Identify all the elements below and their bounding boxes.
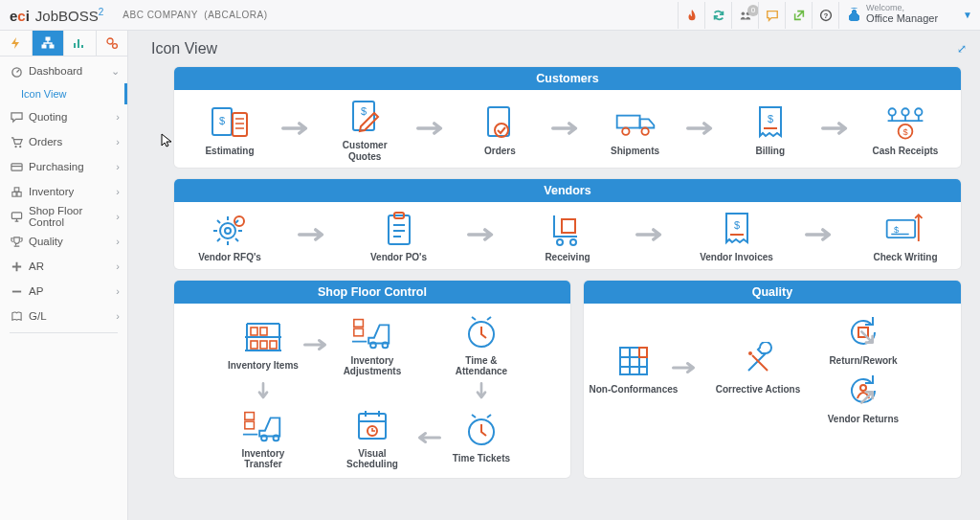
quality-header: Quality [584, 281, 961, 304]
flow-customer-quotes[interactable]: Customer Quotes [326, 98, 403, 162]
arrow-right-icon [298, 225, 330, 247]
page-title: Icon View⤢ [151, 40, 967, 57]
chevron-down-icon: ⌄ [111, 65, 120, 78]
flow-inventory-transfer[interactable]: Inventory Transfer [225, 406, 301, 470]
sidebar: Dashboard⌄ Icon View Quoting› Orders› Pu… [0, 31, 128, 520]
refresh-icon[interactable] [704, 2, 731, 29]
nav-dashboard[interactable]: Dashboard⌄ [0, 58, 127, 83]
sidebar-separator [10, 332, 118, 333]
arrow-right-icon [551, 119, 584, 141]
arrow-right-icon [281, 119, 314, 141]
chevron-right-icon: › [116, 236, 120, 247]
gear-icon [208, 210, 252, 248]
arrow-right-icon [635, 225, 668, 247]
nav-dashboard-icon-view[interactable]: Icon View [0, 83, 127, 104]
nav-quoting[interactable]: Quoting› [0, 104, 127, 129]
user-menu-caret-icon[interactable]: ▼ [955, 10, 980, 20]
mini-tab-bolt[interactable] [0, 31, 33, 56]
nav-purchasing[interactable]: Purchasing› [0, 154, 127, 179]
arrow-right-icon [416, 119, 449, 141]
tools-icon [736, 342, 780, 380]
nav-ar[interactable]: AR› [0, 254, 127, 279]
vendors-header: Vendors [174, 179, 961, 202]
dashboard-icon [8, 65, 25, 78]
ap-icon [8, 285, 25, 298]
mini-tab-chart[interactable] [64, 31, 97, 56]
gl-icon [8, 310, 25, 323]
clipboard-icon [377, 210, 421, 248]
forklift-icon [350, 313, 394, 351]
flow-inventory-adjustments[interactable]: Inventory Adjustments [334, 313, 411, 377]
flow-time-tickets[interactable]: Time Tickets [443, 411, 520, 464]
chevron-right-icon: › [116, 186, 120, 197]
customers-flow: Estimating Customer Quotes Orders Shipme… [191, 98, 944, 162]
flow-time-attendance[interactable]: Time & Attendance [443, 313, 520, 377]
forklift-icon [241, 406, 285, 444]
arrow-right-icon [467, 225, 500, 247]
flow-shipments[interactable]: Shipments [597, 103, 674, 157]
nav-inventory[interactable]: Inventory› [0, 179, 127, 204]
arrow-down-icon [443, 382, 520, 401]
chevron-right-icon: › [116, 260, 120, 272]
sfc-header: Shop Floor Control [174, 281, 570, 304]
nav-shop-floor[interactable]: Shop Floor Control› [0, 204, 127, 229]
flow-inventory-items[interactable]: Inventory Items [225, 318, 301, 372]
grid-icon [612, 342, 656, 380]
flow-billing[interactable]: Billing [732, 103, 809, 157]
check-writing-icon [883, 210, 927, 248]
flow-non-conformances[interactable]: Non-Conformances [586, 342, 681, 396]
sidebar-nav: Dashboard⌄ Icon View Quoting› Orders› Pu… [0, 57, 127, 333]
flow-orders[interactable]: Orders [461, 103, 538, 157]
mini-tab-org[interactable] [33, 31, 65, 56]
receiving-icon [546, 210, 590, 248]
orders-icon [8, 136, 25, 148]
external-link-icon[interactable] [785, 2, 812, 29]
top-toolbar: 0 Welcome, Office Manager ▼ [678, 2, 980, 29]
flow-check-writing[interactable]: Check Writing [867, 210, 944, 263]
chat-icon[interactable] [758, 2, 785, 29]
flow-corrective-actions[interactable]: Corrective Actions [710, 342, 806, 396]
customers-panel: Customers Estimating Customer Quotes Ord… [174, 67, 961, 168]
brand-logo: eci JobBOSS2 [0, 7, 103, 24]
sidebar-mini-tabs [0, 31, 127, 57]
flow-vendor-rfqs[interactable]: Vendor RFQ's [191, 210, 268, 263]
sfc-panel: Shop Floor Control Inventory Items Inven… [174, 281, 570, 478]
flow-visual-scheduling[interactable]: Visual Scheduling [334, 406, 411, 470]
quote-icon [343, 98, 387, 136]
nav-orders[interactable]: Orders› [0, 129, 127, 154]
chevron-right-icon: › [116, 136, 120, 147]
ar-icon [8, 260, 25, 273]
nav-quality[interactable]: Quality› [0, 229, 127, 254]
flow-cash-receipts[interactable]: Cash Receipts [867, 103, 944, 157]
arrow-right-icon [301, 335, 334, 354]
top-header: eci JobBOSS2 ABC COMPANY (ABCALORA) 0 We… [0, 0, 980, 31]
expand-icon[interactable]: ⤢ [957, 42, 967, 56]
arrow-down-icon [225, 382, 301, 401]
flow-vendor-invoices[interactable]: Vendor Invoices [699, 210, 775, 263]
help-icon[interactable] [812, 2, 838, 29]
flow-vendor-pos[interactable]: Vendor PO's [361, 210, 437, 263]
arrow-right-icon [686, 119, 719, 141]
user-role: Office Manager [866, 12, 938, 25]
chevron-right-icon: › [116, 310, 120, 322]
flow-estimating[interactable]: Estimating [191, 103, 268, 157]
twin-panels: Shop Floor Control Inventory Items Inven… [174, 281, 961, 478]
user-menu[interactable]: Welcome, Office Manager [838, 2, 955, 29]
hot-icon[interactable] [678, 2, 704, 29]
arrow-diag-down-icon [854, 328, 959, 350]
chevron-right-icon: › [116, 161, 120, 172]
quoting-icon [8, 111, 25, 124]
inventory-icon [8, 186, 25, 198]
arrow-right-icon [805, 225, 837, 247]
quality-panel: Quality Return/Rework Non-Conformances C… [584, 281, 961, 478]
estimating-icon [208, 103, 252, 142]
people-icon[interactable]: 0 [731, 2, 758, 29]
nav-ap[interactable]: AP› [0, 279, 127, 304]
clock-icon [459, 313, 503, 351]
shop-floor-icon [8, 211, 25, 223]
mini-tab-settings[interactable] [97, 31, 128, 56]
main-content: Icon View⤢ Customers Estimating Customer… [128, 31, 980, 520]
nav-gl[interactable]: G/L› [0, 304, 127, 328]
flow-receiving[interactable]: Receiving [529, 210, 606, 263]
cash-receipts-icon [883, 103, 927, 142]
